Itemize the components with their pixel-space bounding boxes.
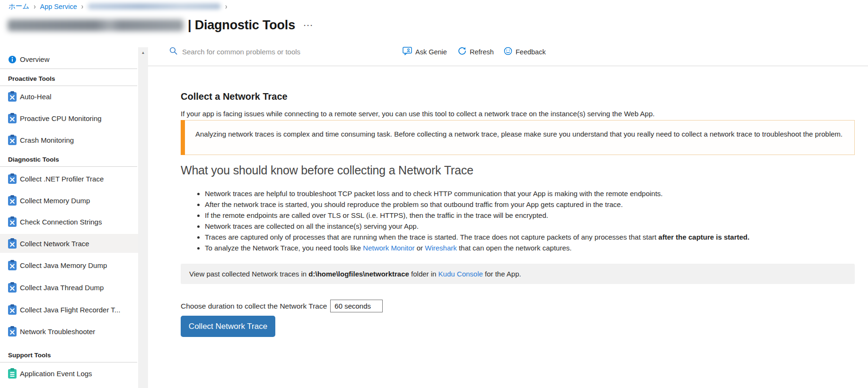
bullet-item: If the remote endpoints are called over … [205, 210, 855, 221]
sidebar-item-collect-net-profiler-trace[interactable]: Collect .NET Profiler Trace [0, 169, 138, 188]
diagnostic-tools-page: ホーム › App Service › › | Diagnostic Tools… [0, 0, 868, 388]
sidebar-item-label: Collect Java Thread Dump [20, 284, 104, 292]
ask-genie-button[interactable]: Ask Genie [403, 47, 447, 57]
text-segment: for the App. [483, 270, 521, 278]
breadcrumb: ホーム › App Service › › [9, 2, 227, 11]
sidebar-item-network-troubleshooter[interactable]: Network Troubleshooter [0, 322, 138, 341]
diagnose-tool-icon [8, 173, 17, 184]
search-input[interactable] [182, 48, 324, 56]
info-bullet-list: Network traces are helpful to troublesho… [181, 188, 855, 253]
sidebar-scrollbar[interactable]: ▲ [138, 47, 148, 388]
bullet-item: Traces are captured only of processes th… [205, 232, 855, 242]
text-segment: d:\home\logfiles\networktrace [308, 270, 409, 278]
sidebar-item-label: Collect .NET Profiler Trace [20, 175, 104, 183]
sidebar-item-label: Collect Network Trace [20, 240, 89, 248]
sidebar-section-header-support-tools: Support Tools [0, 347, 137, 362]
warning-callout: Analyzing network traces is complex and … [181, 120, 855, 155]
toolbar: Ask Genie Refresh Feedback [148, 40, 868, 66]
text-segment: folder in [409, 270, 438, 278]
diagnose-tool-icon [8, 260, 17, 270]
redacted-resource-name [8, 19, 184, 31]
diagnose-tool-icon [8, 195, 17, 206]
event-logs-icon [8, 368, 17, 379]
diagnose-tool-icon [8, 304, 17, 315]
bullet-item: After the network trace is started, you … [205, 199, 855, 210]
page-title-bar: | Diagnostic Tools ··· [8, 18, 314, 33]
text-segment: If the remote endpoints are called over … [205, 211, 548, 219]
text-segment: Traces are captured only of processes th… [205, 233, 658, 241]
text-segment: Network traces are helpful to troublesho… [205, 190, 663, 198]
feedback-icon [504, 47, 512, 57]
section-heading: What you should know before collecting a… [181, 164, 473, 177]
breadcrumb-home-link[interactable]: ホーム [9, 2, 29, 11]
collect-network-trace-button[interactable]: Collect Network Trace [181, 316, 275, 337]
bullet-item: To analyze the Network Trace, you need t… [205, 242, 855, 253]
refresh-button[interactable]: Refresh [458, 47, 494, 57]
duration-label: Choose duration to collect the Network T… [181, 302, 327, 310]
diagnose-tool-icon [8, 238, 17, 249]
sidebar-item-label: Network Troubleshooter [20, 328, 95, 336]
refresh-icon [458, 47, 466, 57]
sidebar-item-label: Collect Java Memory Dump [20, 261, 107, 269]
bullet-item: Network traces are helpful to troublesho… [205, 188, 855, 199]
sidebar-section-header-diagnostic-tools: Diagnostic Tools [0, 152, 137, 167]
bullet-item: Network traces are collected on all the … [205, 221, 855, 232]
sidebar-item-collect-java-flight-recorder-t[interactable]: Collect Java Flight Recorder T... [0, 300, 138, 319]
diagnose-tool-icon [8, 216, 17, 227]
sidebar-item-check-connection-strings[interactable]: Check Connection Strings [0, 212, 138, 231]
sidebar-section-header-proactive-tools: Proactive Tools [0, 71, 137, 86]
collect-network-trace-panel: Collect a Network Trace If your app is f… [181, 66, 855, 388]
text-segment: Network traces are collected on all the … [205, 222, 419, 230]
text-segment: After the network trace is started, you … [205, 200, 623, 208]
sidebar-item-label: Application Event Logs [20, 370, 92, 378]
inline-link[interactable]: Wireshark [425, 244, 457, 252]
text-segment: View past collected Network traces in [189, 270, 308, 278]
feedback-label: Feedback [516, 48, 546, 56]
sidebar-item-proactive-cpu-monitoring[interactable]: Proactive CPU Monitoring [0, 109, 138, 128]
sidebar-item-label: Overview [20, 55, 50, 63]
duration-row: Choose duration to collect the Network T… [181, 300, 383, 312]
sidebar-item-overview[interactable]: Overview [0, 50, 137, 69]
breadcrumb-separator: › [81, 2, 83, 11]
refresh-label: Refresh [470, 48, 494, 56]
ask-genie-icon [403, 47, 412, 57]
diagnostic-tools-sidebar: OverviewProactive ToolsAuto-HealProactiv… [0, 40, 138, 388]
warning-text: Analyzing network traces is complex and … [195, 129, 845, 140]
sidebar-item-collect-java-memory-dump[interactable]: Collect Java Memory Dump [0, 256, 138, 275]
redacted-breadcrumb-item[interactable] [88, 3, 221, 9]
breadcrumb-separator: › [225, 2, 227, 11]
breadcrumb-separator: › [34, 2, 35, 11]
text-segment: To analyze the Network Trace, you need t… [205, 244, 363, 252]
scroll-up-arrow-icon[interactable]: ▲ [138, 47, 148, 55]
sidebar-item-collect-java-thread-dump[interactable]: Collect Java Thread Dump [0, 278, 138, 297]
info-icon [0, 54, 9, 65]
sidebar-item-label: Collect Memory Dump [20, 197, 90, 205]
sidebar-item-collect-memory-dump[interactable]: Collect Memory Dump [0, 191, 138, 210]
sidebar-item-label: Collect Java Flight Recorder T... [20, 306, 120, 314]
more-options-icon[interactable]: ··· [304, 21, 314, 29]
ask-genie-label: Ask Genie [415, 48, 447, 56]
inline-link[interactable]: Kudu Console [438, 270, 483, 278]
sidebar-item-label: Crash Monitoring [20, 136, 74, 144]
duration-input[interactable] [330, 300, 383, 312]
sidebar-item-auto-heal[interactable]: Auto-Heal [0, 87, 138, 106]
sidebar-item-application-event-logs[interactable]: Application Event Logs [0, 364, 138, 383]
diagnose-tool-icon [8, 91, 17, 102]
search-icon [169, 47, 177, 57]
tool-intro-text: If your app is facing issues while conne… [181, 109, 855, 119]
inline-link[interactable]: Network Monitor [363, 244, 414, 252]
sidebar-item-label: Auto-Heal [20, 93, 52, 101]
page-title: | Diagnostic Tools [188, 18, 295, 33]
tool-heading: Collect a Network Trace [181, 91, 288, 102]
sidebar-item-label: Proactive CPU Monitoring [20, 114, 102, 122]
feedback-button[interactable]: Feedback [504, 47, 546, 57]
text-segment: after the capture is started. [658, 233, 750, 241]
past-traces-info-text: View past collected Network traces in d:… [189, 270, 521, 278]
text-segment: or [415, 244, 425, 252]
breadcrumb-app-service-link[interactable]: App Service [40, 3, 77, 10]
diagnose-tool-icon [8, 326, 17, 336]
sidebar-item-collect-network-trace[interactable]: Collect Network Trace [0, 234, 138, 253]
diagnose-tool-icon [8, 282, 17, 293]
sidebar-item-crash-monitoring[interactable]: Crash Monitoring [0, 130, 138, 149]
diagnose-tool-icon [8, 113, 17, 123]
